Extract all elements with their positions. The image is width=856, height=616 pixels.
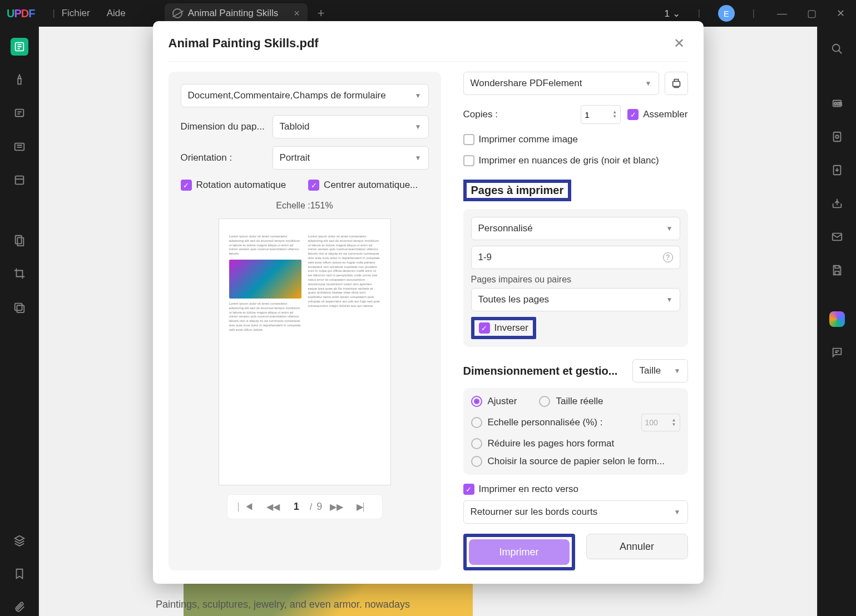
shrink-radio[interactable] xyxy=(471,438,482,449)
svg-rect-1 xyxy=(15,110,23,117)
paper-size-label: Dimension du pap... xyxy=(181,121,267,132)
copies-label: Copies : xyxy=(463,109,498,120)
left-sidebar xyxy=(0,27,39,616)
shrink-label: Réduire les pages hors format xyxy=(488,438,615,449)
dialog-title: Animal Painting Skills.pdf xyxy=(169,36,319,51)
document-tab[interactable]: Animal Painting Skills × xyxy=(165,3,308,24)
svg-rect-4 xyxy=(15,236,21,244)
menu-help[interactable]: Aide xyxy=(107,8,126,19)
organize-tool-icon[interactable] xyxy=(11,231,28,249)
grayscale-label: Imprimer en nuances de gris (noir et bla… xyxy=(479,155,659,166)
ocr-icon[interactable]: OCR xyxy=(828,95,846,112)
custom-scale-input[interactable]: 100 ▲▼ xyxy=(641,414,680,431)
svg-rect-5 xyxy=(17,237,23,246)
reader-tool-icon[interactable] xyxy=(11,38,28,56)
copies-input[interactable]: 1 ▲▼ xyxy=(581,105,621,124)
auto-center-label: Centrer automatique... xyxy=(324,180,418,191)
minimize-button[interactable]: — xyxy=(773,6,791,22)
duplex-checkbox[interactable]: ✓ xyxy=(463,484,474,495)
form-tool-icon[interactable] xyxy=(11,171,28,189)
total-pages: 9 xyxy=(316,501,322,513)
svg-point-9 xyxy=(832,44,839,52)
print-button[interactable]: Imprimer xyxy=(469,539,570,565)
svg-rect-3 xyxy=(15,176,23,185)
close-window-button[interactable]: ✕ xyxy=(832,5,849,22)
grayscale-checkbox[interactable] xyxy=(463,155,474,166)
tab-title: Animal Painting Skills xyxy=(188,8,279,19)
sizing-section-header: Dimensionnement et gestio... xyxy=(463,365,624,377)
export-icon[interactable] xyxy=(828,161,846,179)
odd-even-select[interactable]: Toutes les pages▼ xyxy=(471,288,680,311)
right-sidebar: OCR xyxy=(817,27,856,616)
orientation-select[interactable]: Portrait▼ xyxy=(273,146,429,170)
fit-radio[interactable] xyxy=(471,396,482,407)
bookmark-icon[interactable] xyxy=(11,565,28,583)
duplex-label: Imprimer en recto verso xyxy=(479,484,579,495)
print-dialog: Animal Painting Skills.pdf ✕ Document,Co… xyxy=(153,21,704,584)
pages-section-header: Pages à imprimer xyxy=(463,180,572,201)
custom-scale-radio[interactable] xyxy=(471,417,482,428)
ai-assistant-icon[interactable] xyxy=(828,310,846,328)
new-tab-button[interactable]: + xyxy=(318,6,325,21)
next-page-button[interactable]: ▶▶ xyxy=(324,498,349,515)
custom-scale-label: Echelle personnalisée (%) : xyxy=(488,417,603,428)
protect-icon[interactable] xyxy=(828,128,846,146)
actual-size-label: Taille réelle xyxy=(556,396,603,407)
edit-tool-icon[interactable] xyxy=(11,138,28,156)
printer-properties-button[interactable] xyxy=(665,72,688,95)
app-logo: UPDF xyxy=(7,7,34,20)
page-range-mode-select[interactable]: Personnalisé▼ xyxy=(471,217,680,240)
orientation-label: Orientation : xyxy=(181,152,267,163)
layers-select[interactable]: Document,Commentaire,Champs de formulair… xyxy=(181,84,429,107)
reverse-label: Inverser xyxy=(494,322,528,334)
svg-rect-7 xyxy=(17,305,24,312)
menu-file[interactable]: Fichier xyxy=(62,8,90,19)
tab-document-icon xyxy=(172,8,182,18)
cancel-button[interactable]: Annuler xyxy=(586,534,688,559)
comment-tool-icon[interactable] xyxy=(11,105,28,122)
search-icon[interactable] xyxy=(828,40,846,58)
tab-close-icon[interactable]: × xyxy=(294,8,300,19)
document-count[interactable]: 1 ⌄ xyxy=(664,8,680,19)
dialog-close-icon[interactable]: ✕ xyxy=(670,34,688,52)
share-icon[interactable] xyxy=(828,195,846,212)
page-navigator: ⎸◀ ◀◀ 1 / 9 ▶▶ ▶⎸ xyxy=(227,494,383,519)
page-range-input[interactable]: 1-9 ? xyxy=(471,246,680,269)
highlight-tool-icon[interactable] xyxy=(11,71,28,89)
save-icon[interactable] xyxy=(828,261,846,279)
help-icon[interactable]: ? xyxy=(663,252,673,262)
crop-tool-icon[interactable] xyxy=(11,265,28,282)
print-as-image-checkbox[interactable] xyxy=(463,134,474,145)
paper-size-select[interactable]: Tabloid▼ xyxy=(273,115,429,138)
collate-checkbox[interactable]: ✓ xyxy=(627,109,639,120)
svg-text:OCR: OCR xyxy=(834,102,842,106)
layers-icon[interactable] xyxy=(11,531,28,549)
paper-source-radio[interactable] xyxy=(471,456,482,467)
maximize-button[interactable]: ▢ xyxy=(803,5,821,22)
prev-page-button[interactable]: ◀◀ xyxy=(261,498,285,515)
first-page-button[interactable]: ⎸◀ xyxy=(232,499,259,515)
chat-icon[interactable] xyxy=(828,344,846,361)
sizing-mode-select[interactable]: Taille▼ xyxy=(632,359,688,382)
actual-size-radio[interactable] xyxy=(539,396,550,407)
collate-label: Assembler xyxy=(643,109,687,120)
flip-select[interactable]: Retourner sur les bords courts▼ xyxy=(463,500,688,524)
last-page-button[interactable]: ▶⎸ xyxy=(351,498,377,515)
user-avatar[interactable]: E xyxy=(718,5,735,22)
svg-rect-6 xyxy=(14,304,22,311)
printer-select[interactable]: Wondershare PDFelement▼ xyxy=(463,72,659,95)
attachment-icon[interactable] xyxy=(11,598,28,616)
svg-rect-8 xyxy=(672,81,680,86)
print-as-image-label: Imprimer comme image xyxy=(479,134,578,145)
auto-rotate-checkbox[interactable]: ✓ xyxy=(181,180,192,191)
content-area: Paintings, sculptures, jewelry, and even… xyxy=(39,27,817,616)
current-page-input[interactable]: 1 xyxy=(288,501,305,513)
auto-center-checkbox[interactable]: ✓ xyxy=(308,180,319,191)
pages-section: Personnalisé▼ 1-9 ? Pages impaires ou pa… xyxy=(463,209,688,347)
email-icon[interactable] xyxy=(828,228,846,246)
modal-backdrop: Animal Painting Skills.pdf ✕ Document,Co… xyxy=(39,27,817,616)
reverse-checkbox[interactable]: ✓ xyxy=(479,322,490,334)
watermark-tool-icon[interactable] xyxy=(11,298,28,316)
auto-rotate-label: Rotation automatique xyxy=(196,180,286,191)
svg-rect-12 xyxy=(833,132,840,142)
